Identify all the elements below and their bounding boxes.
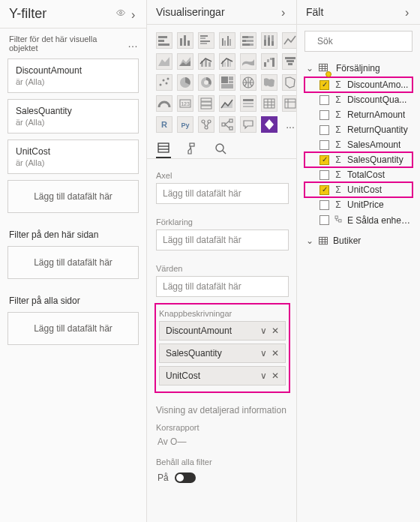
expander-icon[interactable]: ⌄ [306, 236, 314, 246]
viz-filled-map-icon[interactable] [261, 74, 278, 91]
viz-line-clustered-column-icon[interactable] [219, 53, 236, 70]
well-tooltip-item[interactable]: SalesQuantity ∨✕ [159, 344, 286, 363]
viz-card-icon[interactable]: 123 [177, 95, 194, 112]
filters-page-dropzone[interactable]: Lägg till datafält här [8, 246, 139, 279]
chevron-down-icon[interactable]: ∨ [260, 326, 267, 336]
keepfilters-toggle[interactable] [175, 472, 196, 483]
field-row[interactable]: ΣTotalCost [304, 167, 412, 182]
fields-table-row[interactable]: ⌄ Butiker [304, 232, 412, 249]
viz-shape-map-icon[interactable] [282, 74, 297, 91]
svg-rect-20 [250, 44, 254, 46]
viz-line-stacked-column-icon[interactable] [198, 53, 214, 70]
viz-clustered-bar-icon[interactable] [198, 32, 214, 49]
table-icon [318, 236, 328, 246]
viz-area-icon[interactable] [156, 53, 172, 70]
field-row[interactable]: ΣReturnAmount [304, 107, 412, 122]
well-values-dropzone[interactable]: Lägg till datafält här [156, 276, 289, 297]
remove-icon[interactable]: ✕ [272, 370, 279, 381]
field-row[interactable]: ΣSalesAmount [304, 137, 412, 152]
field-checkbox[interactable] [320, 185, 329, 195]
viz-kpi-icon[interactable] [219, 95, 236, 112]
field-checkbox[interactable] [320, 140, 329, 150]
fields-table-name: Försäljning [336, 63, 380, 74]
well-legend-dropzone[interactable]: Lägg till datafält här [156, 230, 289, 250]
remove-icon[interactable]: ✕ [272, 348, 279, 358]
viz-100-stacked-column-icon[interactable] [261, 32, 278, 49]
viz-stacked-column-icon[interactable] [177, 32, 194, 49]
remove-icon[interactable]: ✕ [272, 326, 279, 336]
svg-rect-10 [200, 43, 207, 44]
svg-rect-31 [205, 58, 207, 67]
field-checkbox[interactable] [320, 170, 329, 180]
svg-rect-86 [158, 143, 169, 152]
collapse-fields-icon[interactable] [405, 8, 412, 16]
field-checkbox[interactable] [320, 155, 329, 165]
filters-visual-dropzone[interactable]: Lägg till datafält här [8, 180, 139, 213]
viz-pie-icon[interactable] [177, 74, 194, 91]
field-row[interactable]: ΣDiscountAmo... [304, 77, 412, 92]
viz-line-icon[interactable] [282, 32, 297, 49]
filters-allpages-section: Filter på alla sidor [0, 285, 146, 309]
viz-matrix-icon[interactable] [282, 95, 297, 112]
fields-search[interactable] [304, 31, 412, 52]
field-row[interactable]: ΣUnitCost [304, 182, 412, 197]
fields-table-row[interactable]: ⌄ Försäljning [304, 59, 412, 77]
viz-decomposition-icon[interactable] [219, 116, 236, 133]
tab-format-icon[interactable] [184, 143, 200, 158]
chevron-down-icon[interactable]: ∨ [260, 370, 267, 381]
viz-donut-icon[interactable] [198, 74, 214, 91]
viz-scatter-icon[interactable] [156, 74, 172, 91]
viz-stacked-bar-icon[interactable] [156, 32, 172, 49]
chevron-down-icon[interactable]: ∨ [260, 348, 267, 358]
tab-analytics-icon[interactable] [213, 143, 228, 158]
viz-gauge-icon[interactable] [156, 95, 172, 112]
filter-card[interactable]: DiscountAmount är (Alla) [8, 58, 139, 93]
viz-powerapps-icon[interactable] [261, 116, 278, 133]
viz-clustered-column-icon[interactable] [219, 32, 236, 49]
field-checkbox[interactable] [320, 215, 329, 225]
filters-visual-more-icon[interactable]: … [128, 38, 139, 50]
field-checkbox[interactable] [320, 95, 329, 105]
field-checkbox[interactable] [320, 200, 329, 210]
field-row[interactable]: ΣUnitPrice [304, 197, 412, 212]
viz-stacked-area-icon[interactable] [177, 53, 194, 70]
filter-card[interactable]: UnitCost är (Alla) [8, 140, 139, 174]
eye-icon[interactable] [116, 8, 125, 20]
collapse-viz-icon[interactable] [281, 8, 289, 16]
filter-card[interactable]: SalesQuantity är (Alla) [8, 99, 139, 134]
viz-python-icon[interactable]: Py [177, 116, 194, 133]
well-tooltip-item[interactable]: DiscountAmount ∨✕ [159, 321, 286, 340]
field-row[interactable]: ΣDiscountQua... [304, 92, 412, 107]
viz-multi-card-icon[interactable] [198, 95, 214, 112]
well-axis-dropzone[interactable]: Lägg till datafält här [156, 183, 289, 204]
expander-icon[interactable]: ⌄ [306, 63, 314, 74]
viz-r-icon[interactable]: R [156, 116, 172, 133]
viz-table-icon[interactable] [261, 95, 278, 112]
field-row[interactable]: E Sålda enheter [304, 212, 412, 228]
viz-treemap-icon[interactable] [219, 74, 236, 91]
viz-more-icon[interactable]: ... [282, 116, 297, 133]
field-checkbox[interactable] [320, 110, 329, 120]
field-row[interactable]: ΣSalesQuantity [304, 152, 412, 167]
viz-100-stacked-bar-icon[interactable] [240, 32, 256, 49]
crossreport-toggle[interactable]: Av O— [156, 435, 289, 453]
field-checkbox[interactable] [320, 80, 329, 90]
svg-marker-85 [265, 119, 274, 130]
viz-key-influencers-icon[interactable] [198, 116, 214, 133]
viz-funnel-icon[interactable] [282, 53, 297, 70]
well-axis: Axel Lägg till datafält här [147, 164, 296, 210]
svg-rect-13 [227, 36, 229, 46]
viz-map-icon[interactable] [240, 74, 256, 91]
svg-rect-8 [200, 38, 206, 39]
field-row[interactable]: ΣReturnQuantity [304, 122, 412, 137]
viz-ribbon-icon[interactable] [240, 53, 256, 70]
viz-waterfall-icon[interactable] [261, 53, 278, 70]
viz-slicer-icon[interactable] [240, 95, 256, 112]
viz-qna-icon[interactable] [240, 116, 256, 133]
fields-search-input[interactable] [316, 35, 420, 47]
collapse-filters-icon[interactable] [131, 10, 139, 18]
tab-fields-icon[interactable] [156, 143, 171, 158]
well-tooltip-item[interactable]: UnitCost ∨✕ [159, 366, 286, 386]
filters-allpages-dropzone[interactable]: Lägg till datafält här [8, 312, 139, 345]
field-checkbox[interactable] [320, 125, 329, 135]
